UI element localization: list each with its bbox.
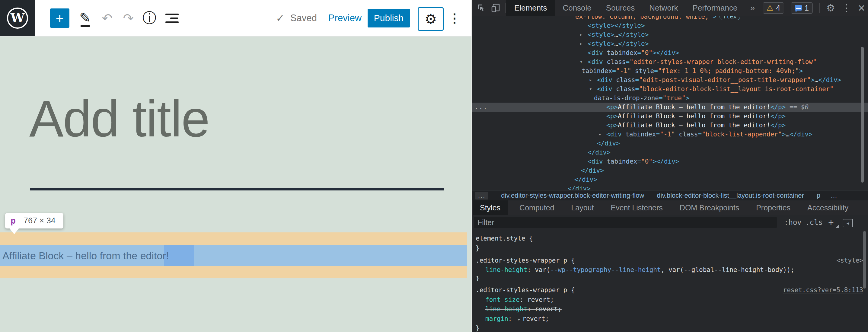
dom-tree-line[interactable]: ▾<div class="block-editor-block-list__la… <box>472 85 868 94</box>
rule2-margin[interactable]: margin: ▸revert; <box>485 314 549 323</box>
tab-dom-breakpoints[interactable]: DOM Breakpoints <box>675 201 744 215</box>
breadcrumb-item-p[interactable]: p <box>817 192 820 200</box>
dom-tree-line[interactable]: </div> <box>472 166 868 175</box>
expand-arrow-icon[interactable]: ▾ <box>580 57 583 66</box>
redo-button[interactable]: ↷ <box>121 0 136 36</box>
inspect-tooltip-arrow <box>9 228 19 239</box>
devtools-close-icon[interactable]: × <box>858 2 865 14</box>
undo-icon: ↶ <box>102 11 112 26</box>
elements-scrollbar[interactable] <box>861 47 864 183</box>
css-rule-reset[interactable]: .editor-styles-wrapper p { reset.css?ver… <box>472 281 868 332</box>
dom-tree-line[interactable]: ▾<div class="editor-styles-wrapper block… <box>472 57 868 66</box>
rule1-selector[interactable]: .editor-styles-wrapper p { <box>476 256 575 265</box>
warnings-badge[interactable]: ⚠ 4 <box>763 2 784 13</box>
expand-arrow-icon[interactable]: ▸ <box>589 76 592 85</box>
dom-tree-line[interactable]: data-is-drop-zone="true"> <box>472 94 868 102</box>
details-button[interactable]: ⓘ <box>141 0 158 36</box>
element-style-close: } <box>476 244 479 252</box>
pencil-underline <box>81 25 90 27</box>
expand-margin-icon[interactable]: ▸ <box>518 316 521 322</box>
screenshot-root: W + ✎ ↶ ↷ ⓘ ✓ Saved Preview Publish ⚙ ⋮ … <box>0 0 868 332</box>
breadcrumb-overflow[interactable]: ... <box>475 192 488 200</box>
wordpress-logo[interactable]: W <box>0 0 35 36</box>
breadcrumb-item-layout[interactable]: div.block-editor-block-list__layout.is-r… <box>657 192 804 200</box>
separator-block[interactable] <box>30 188 444 190</box>
rule2-line-height-overridden[interactable]: line-height: revert; <box>485 305 562 313</box>
wordpress-editor-pane: W + ✎ ↶ ↷ ⓘ ✓ Saved Preview Publish ⚙ ⋮ … <box>0 0 472 332</box>
more-tabs-button[interactable]: » <box>745 0 760 16</box>
inspect-tooltip-tag: p <box>10 216 16 226</box>
dom-tree-line[interactable]: </div> <box>472 139 868 148</box>
tab-sources[interactable]: Sources <box>599 0 642 16</box>
device-toolbar-icon[interactable] <box>491 3 500 13</box>
expand-arrow-icon[interactable]: ▸ <box>580 30 583 39</box>
affiliate-paragraph-block[interactable]: Affiliate Block – hello from the editor! <box>2 245 169 266</box>
publish-button[interactable]: Publish <box>368 9 410 27</box>
gear-icon: ⚙ <box>424 11 437 27</box>
tab-event-listeners[interactable]: Event Listeners <box>606 201 667 215</box>
settings-button[interactable]: ⚙ <box>418 7 444 31</box>
dom-tree-line[interactable]: ▸<div tabindex="-1" class="block-list-ap… <box>472 130 868 139</box>
tab-layout[interactable]: Layout <box>566 201 598 215</box>
breadcrumb-item-wrapper[interactable]: div.editor-styles-wrapper.block-editor-w… <box>501 192 644 200</box>
rule1-origin[interactable]: <style> <box>836 256 863 265</box>
css-var-link[interactable]: --wp--typography--line-height <box>550 266 661 273</box>
inspect-element-icon[interactable] <box>476 3 486 13</box>
toggle-hover-state-button[interactable]: :hov <box>784 215 802 230</box>
tab-elements[interactable]: Elements <box>506 0 555 16</box>
edit-mode-button[interactable]: ✎ <box>76 0 94 36</box>
dom-tree-line[interactable]: </div> <box>472 148 868 157</box>
add-block-button[interactable]: + <box>50 8 69 28</box>
tab-console[interactable]: Console <box>555 0 598 16</box>
dom-tree-line[interactable]: ▸<style>…</style> <box>472 39 868 48</box>
rule2-origin-link[interactable]: reset.css?ver=5.8:113 <box>783 285 863 295</box>
computed-sidebar-toggle-icon[interactable]: ◂ <box>843 219 853 227</box>
tab-styles[interactable]: Styles <box>473 201 508 215</box>
css-rule-editor-styles[interactable]: .editor-styles-wrapper p { <style> line-… <box>472 254 868 281</box>
row-menu-ellipsis[interactable]: ... <box>474 102 488 112</box>
rule2-font-size[interactable]: font-size: revert; <box>485 295 554 304</box>
styles-scrollbar[interactable] <box>863 231 866 289</box>
expand-arrow-icon[interactable]: ▸ <box>598 130 601 139</box>
elements-breadcrumb: ... div.editor-styles-wrapper.block-edit… <box>472 190 868 201</box>
editor-toolbar: W + ✎ ↶ ↷ ⓘ ✓ Saved Preview Publish ⚙ ⋮ <box>0 0 472 36</box>
dom-tree-line[interactable]: tabindex="-1" style="flex: 1 1 0%; paddi… <box>472 66 868 76</box>
dom-tree-line[interactable]: <div tabindex="0"></div> <box>472 48 868 57</box>
devtools-menu-dots-icon[interactable]: ⋮ <box>842 3 851 13</box>
dom-tree-line[interactable]: <div tabindex="0"></div> <box>472 157 868 166</box>
new-style-rule-dropdown <box>835 224 839 228</box>
dom-tree-line[interactable]: ▸<div class="edit-post-visual-editor__po… <box>472 76 868 85</box>
devtools-settings-gear-icon[interactable]: ⚙ <box>826 3 835 13</box>
tab-accessibility[interactable]: Accessibility <box>803 201 853 215</box>
redo-icon: ↷ <box>123 11 133 26</box>
options-menu-button[interactable]: ⋮ <box>448 0 461 36</box>
dom-tree-line[interactable]: ▸<style>…</style> <box>472 30 868 39</box>
tab-computed[interactable]: Computed <box>515 201 559 215</box>
expand-arrow-icon[interactable]: ▸ <box>580 39 583 48</box>
dom-tree-line[interactable]: <p>Affiliate Block — hello from the edit… <box>472 121 868 130</box>
dom-tree-line[interactable]: </div> <box>472 175 868 184</box>
element-style-selector[interactable]: element.style { <box>476 234 533 243</box>
pencil-icon: ✎ <box>80 10 91 26</box>
expand-arrow-icon[interactable]: ▾ <box>589 85 592 94</box>
post-title-placeholder[interactable]: Add title <box>29 89 209 148</box>
new-style-rule-button[interactable]: + <box>828 215 834 230</box>
tab-performance[interactable]: Performance <box>685 0 745 16</box>
undo-button[interactable]: ↶ <box>100 0 115 36</box>
dom-tree-line[interactable]: <p>Affiliate Block — hello from the edit… <box>472 112 868 121</box>
toggle-class-button[interactable]: .cls <box>805 215 823 230</box>
dom-tree-line-selected[interactable]: ...<p>Affiliate Block — hello from the e… <box>472 102 868 112</box>
list-view-button[interactable] <box>165 0 181 36</box>
rule1-declaration[interactable]: line-height: var(--wp--typography--line-… <box>485 265 794 274</box>
dom-tree-line[interactable]: <style></style> <box>472 21 868 30</box>
tab-properties[interactable]: Properties <box>751 201 795 215</box>
element-style-section[interactable]: element.style { } <box>472 230 868 254</box>
styles-filter-input[interactable]: Filter <box>474 217 777 228</box>
tab-network[interactable]: Network <box>642 0 685 16</box>
issues-badge[interactable]: 1 <box>791 2 813 13</box>
css-property-name[interactable]: line-height <box>485 266 527 273</box>
wordpress-logo-icon: W <box>7 7 28 29</box>
preview-button[interactable]: Preview <box>329 0 362 36</box>
list-view-icon <box>165 13 179 15</box>
rule2-selector[interactable]: .editor-styles-wrapper p { <box>476 285 575 295</box>
